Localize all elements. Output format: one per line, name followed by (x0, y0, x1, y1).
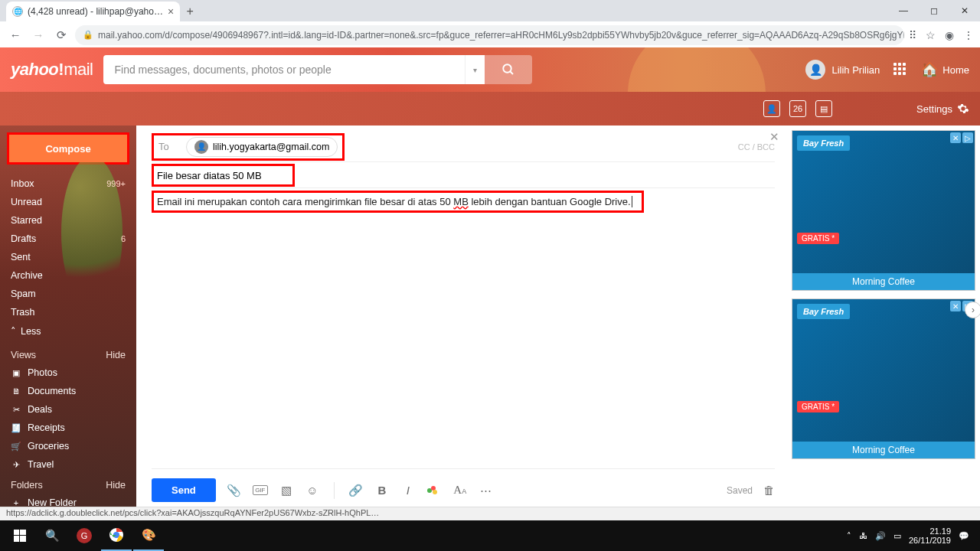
calendar-icon[interactable]: 26 (789, 100, 806, 117)
tray-notifications-icon[interactable]: 💬 (959, 531, 969, 541)
ad-collapse-icon[interactable]: › (965, 302, 980, 318)
stationery-icon[interactable]: ▧ (279, 484, 294, 497)
body-text-pre: Email ini merupakan contoh cara mengirim… (157, 196, 453, 207)
sidebar-item-less[interactable]: ˄Less (0, 321, 136, 341)
plus-icon: + (11, 497, 21, 507)
compose-panel: ✕ To 👤 lilih.yogyakarta@gmail.com CC / B… (136, 126, 787, 507)
url-box[interactable]: 🔒 mail.yahoo.com/d/compose/4906948967?.i… (75, 25, 904, 45)
photos-icon: ▣ (11, 367, 21, 378)
tray-clock[interactable]: 21.19 26/11/2019 (909, 527, 951, 545)
back-icon[interactable]: ← (6, 26, 24, 44)
settings-label: Settings (916, 103, 952, 115)
settings-link[interactable]: Settings (916, 103, 969, 115)
more-icon[interactable]: ⋯ (479, 484, 494, 497)
sidebar-item-receipts[interactable]: 🧾Receipts (0, 419, 136, 437)
send-button[interactable]: Send (152, 478, 216, 502)
sidebar-item-label: Documents (28, 386, 76, 396)
text-cursor (631, 196, 632, 207)
task-search-icon[interactable]: 🔍 (37, 520, 67, 551)
maximize-icon[interactable]: ◻ (919, 0, 949, 21)
emoji-icon[interactable]: ☺ (305, 484, 320, 497)
ad-banner-1[interactable]: ✕▷ Bay Fresh GRATIS * Morning Coffee (792, 130, 975, 291)
receipts-icon: 🧾 (11, 422, 21, 433)
chrome-icon (109, 527, 124, 543)
sidebar-item-label: Travel (28, 459, 54, 470)
task-app-1[interactable]: G (69, 520, 100, 551)
text-color-icon[interactable] (426, 484, 442, 497)
compose-body[interactable]: Email ini merupakan contoh cara mengirim… (152, 188, 775, 207)
sidebar-item-sent[interactable]: Sent (0, 248, 136, 266)
ad-banner-2[interactable]: ✕▷ Bay Fresh GRATIS * Morning Coffee (792, 298, 975, 459)
compose-toolbar: Send 📎 GIF ▧ ☺ 🔗 B I AA ⋯ Saved 🗑 (152, 468, 775, 507)
task-chrome[interactable] (101, 520, 132, 551)
sidebar-item-drafts[interactable]: Drafts6 (0, 230, 136, 248)
hide-link[interactable]: Hide (106, 480, 126, 491)
user-menu[interactable]: 👤 Lilih Prilian (805, 60, 880, 80)
sidebar-item-label: Sent (11, 252, 31, 262)
discard-icon[interactable]: 🗑 (763, 484, 775, 497)
new-folder-link[interactable]: +New Folder (0, 494, 136, 507)
close-compose-icon[interactable]: ✕ (769, 130, 779, 144)
ad-close-icon[interactable]: ✕ (950, 301, 961, 311)
sidebar-item-label: Trash (11, 307, 35, 318)
sidebar-item-unread[interactable]: Unread (0, 193, 136, 211)
search-icon (501, 63, 515, 77)
link-icon[interactable]: 🔗 (348, 484, 364, 497)
new-tab-button[interactable]: + (180, 2, 200, 21)
apps-grid-icon[interactable] (893, 63, 907, 77)
subject-input[interactable]: File besar diatas 50 MB (157, 167, 262, 184)
sidebar-item-groceries[interactable]: 🛒Groceries (0, 437, 136, 455)
italic-icon[interactable]: I (400, 484, 416, 497)
translate-icon[interactable]: ⠿ (909, 29, 916, 41)
search-button[interactable] (485, 55, 532, 84)
sidebar-item-deals[interactable]: ✂Deals (0, 400, 136, 419)
sidebar-item-spam[interactable]: Spam (0, 285, 136, 303)
search-dropdown-icon[interactable]: ▾ (465, 55, 485, 84)
notepad-icon[interactable]: ▤ (815, 100, 832, 117)
compose-button[interactable]: Compose (9, 135, 127, 162)
font-icon[interactable]: AA (452, 484, 468, 497)
sidebar-item-travel[interactable]: ✈Travel (0, 455, 136, 474)
close-window-icon[interactable]: ✕ (949, 0, 980, 21)
sidebar-item-documents[interactable]: 🗎Documents (0, 382, 136, 400)
tray-lang-icon[interactable]: ▭ (893, 531, 901, 541)
recipient-chip[interactable]: 👤 lilih.yogyakarta@gmail.com (186, 137, 338, 157)
bold-icon[interactable]: B (374, 484, 390, 497)
gif-icon[interactable]: GIF (253, 485, 268, 495)
sidebar-item-label: Less (21, 326, 41, 337)
to-label: To (158, 141, 177, 152)
address-bar: ← → ⟳ 🔒 mail.yahoo.com/d/compose/4906948… (0, 21, 980, 47)
ad-info-icon[interactable]: ▷ (962, 132, 973, 143)
sidebar-item-photos[interactable]: ▣Photos (0, 364, 136, 382)
attach-icon[interactable]: 📎 (227, 484, 242, 497)
reload-icon[interactable]: ⟳ (52, 26, 70, 44)
tray-network-icon[interactable]: 🖧 (859, 531, 867, 540)
ad-gratis-badge: GRATIS * (797, 401, 839, 412)
system-tray[interactable]: ˄ 🖧 🔊 ▭ 21.19 26/11/2019 💬 (847, 527, 975, 545)
svg-point-2 (427, 488, 432, 493)
home-link[interactable]: 🏠 Home (921, 61, 969, 78)
badge: 999+ (106, 179, 126, 188)
forward-icon[interactable]: → (29, 26, 47, 44)
star-icon[interactable]: ☆ (926, 29, 936, 41)
minimize-icon[interactable]: — (888, 0, 919, 21)
yahoo-mail-logo[interactable]: yahoo!mail (11, 60, 93, 80)
sidebar-item-starred[interactable]: Starred (0, 211, 136, 230)
hide-link[interactable]: Hide (106, 350, 126, 360)
browser-tab[interactable]: 🌐 (4,428 unread) - lilihpap@yaho… × (6, 2, 180, 21)
search-input[interactable]: Find messages, documents, photos or peop… (103, 55, 465, 84)
sidebar-item-archive[interactable]: Archive (0, 266, 136, 285)
tray-volume-icon[interactable]: 🔊 (875, 531, 886, 541)
start-button[interactable] (5, 520, 35, 551)
task-paint[interactable]: 🎨 (133, 520, 164, 551)
sidebar-item-trash[interactable]: Trash (0, 303, 136, 321)
tab-close-icon[interactable]: × (168, 5, 174, 18)
recipient-avatar-icon: 👤 (194, 140, 208, 154)
kebab-icon[interactable]: ⋮ (963, 29, 974, 41)
contacts-icon[interactable]: 👤 (763, 100, 780, 117)
tray-chevron-icon[interactable]: ˄ (847, 531, 851, 541)
profile-icon[interactable]: ◉ (945, 29, 954, 41)
sidebar-item-label: Receipts (28, 422, 65, 433)
ad-close-icon[interactable]: ✕ (950, 132, 961, 143)
sidebar-item-inbox[interactable]: Inbox999+ (0, 174, 136, 193)
